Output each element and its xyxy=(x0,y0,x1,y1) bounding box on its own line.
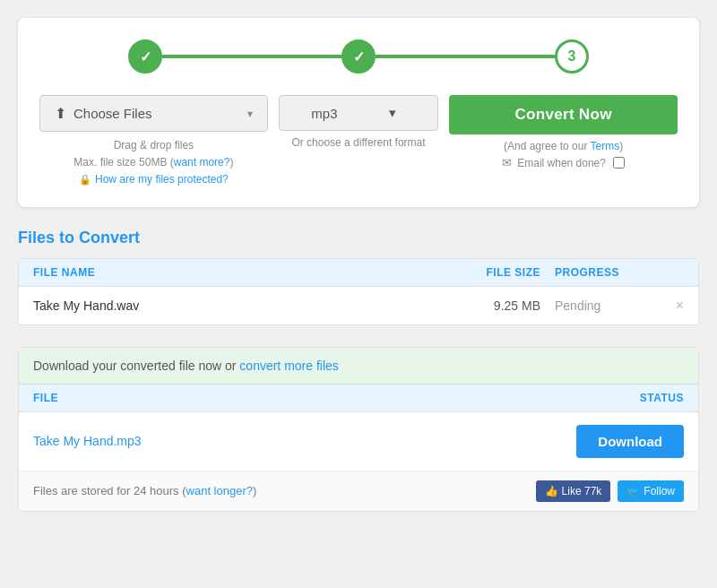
footer-stored-text: Files are stored for 24 hours ( xyxy=(33,484,186,497)
convert-info: (And agree to our Terms) xyxy=(504,140,623,152)
file-progress-cell: Pending xyxy=(540,298,657,313)
table-row: Take My Hand.wav 9.25 MB Pending × xyxy=(19,287,698,324)
lock-icon: 🔒 xyxy=(79,172,91,188)
col-progress-header: PROGRESS xyxy=(540,266,657,279)
format-group: mp3 ▾ Or choose a different format xyxy=(279,95,438,149)
stepper: ✓ ✓ 3 xyxy=(39,39,678,74)
col-action-header xyxy=(657,266,684,279)
format-hint: Or choose a different format xyxy=(291,136,425,149)
convert-group: Convert Now (And agree to our Terms) ✉ E… xyxy=(449,95,678,169)
footer-text: Files are stored for 24 hours (want long… xyxy=(33,484,536,497)
download-button[interactable]: Download xyxy=(576,425,684,458)
social-buttons: 👍 Like 77k 🐦 Follow xyxy=(536,480,684,502)
max-file-size-text: Max. file size 50MB (want more?) xyxy=(73,154,233,171)
like-label: Like 77k xyxy=(562,485,602,497)
protected-row: 🔒 How are my files protected? xyxy=(73,171,233,188)
step-line-1 xyxy=(162,55,341,58)
controls-row: ⬆ Choose Files ▾ Drag & drop files Max. … xyxy=(39,95,678,189)
like-button[interactable]: 👍 Like 77k xyxy=(536,480,611,502)
files-section: Files to Convert FILE NAME FILE SIZE PRO… xyxy=(18,229,699,325)
format-value: mp3 xyxy=(290,106,358,121)
email-row: ✉ Email when done? xyxy=(502,156,625,169)
files-table: FILE NAME FILE SIZE PROGRESS Take My Han… xyxy=(18,258,699,325)
want-more-link[interactable]: want more? xyxy=(174,156,230,169)
drag-drop-text: Drag & drop files xyxy=(73,137,233,154)
download-table-header: FILE STATUS xyxy=(19,385,698,412)
email-label: Email when done? xyxy=(517,157,606,169)
section-title: Files to Convert xyxy=(18,229,699,247)
dl-col-status-header: STATUS xyxy=(540,392,684,404)
file-name-cell: Take My Hand.wav xyxy=(33,298,460,313)
download-notice-text: Download your converted file now or xyxy=(33,359,239,373)
step-2: ✓ xyxy=(341,39,376,74)
dl-action-cell: Download xyxy=(540,425,684,458)
format-select[interactable]: mp3 ▾ xyxy=(279,95,438,131)
choose-files-info: Drag & drop files Max. file size 50MB (w… xyxy=(73,137,233,189)
choose-files-button[interactable]: ⬆ Choose Files ▾ xyxy=(39,95,268,132)
download-row: Take My Hand.mp3 Download xyxy=(19,412,698,471)
choose-files-dropdown-icon: ▾ xyxy=(247,108,253,120)
files-table-header: FILE NAME FILE SIZE PROGRESS xyxy=(19,259,698,287)
dl-col-file-header: FILE xyxy=(33,392,540,404)
col-file-name-header: FILE NAME xyxy=(33,266,460,279)
download-notice: Download your converted file now or conv… xyxy=(19,348,698,385)
step-1: ✓ xyxy=(128,39,162,74)
terms-link[interactable]: Terms xyxy=(591,140,620,152)
col-file-size-header: FILE SIZE xyxy=(460,266,540,279)
convert-more-link[interactable]: convert more files xyxy=(239,359,338,373)
footer-row: Files are stored for 24 hours (want long… xyxy=(19,471,698,511)
step-3: 3 xyxy=(555,39,589,74)
convert-now-button[interactable]: Convert Now xyxy=(449,95,678,134)
twitter-icon: 🐦 xyxy=(626,485,640,497)
converted-file-name[interactable]: Take My Hand.mp3 xyxy=(33,434,540,448)
email-icon: ✉ xyxy=(502,156,512,169)
choose-files-group: ⬆ Choose Files ▾ Drag & drop files Max. … xyxy=(39,95,268,189)
follow-button[interactable]: 🐦 Follow xyxy=(618,480,684,502)
upload-icon: ⬆ xyxy=(55,105,66,122)
format-dropdown-icon: ▾ xyxy=(358,105,427,121)
section-title-prefix: Files to xyxy=(18,229,79,246)
download-section: Download your converted file now or conv… xyxy=(18,347,699,512)
like-icon: 👍 xyxy=(545,485,558,497)
protected-link[interactable]: How are my files protected? xyxy=(95,171,229,188)
follow-label: Follow xyxy=(644,485,675,497)
want-longer-link[interactable]: want longer? xyxy=(186,484,253,497)
step-line-2 xyxy=(376,55,555,58)
main-card: ✓ ✓ 3 ⬆ Choose Files ▾ Drag & drop files… xyxy=(18,18,699,207)
file-size-cell: 9.25 MB xyxy=(460,298,540,313)
section-title-accent: Convert xyxy=(79,229,140,246)
email-checkbox[interactable] xyxy=(613,157,625,169)
remove-file-button[interactable]: × xyxy=(657,298,684,314)
choose-files-label: Choose Files xyxy=(73,106,152,121)
